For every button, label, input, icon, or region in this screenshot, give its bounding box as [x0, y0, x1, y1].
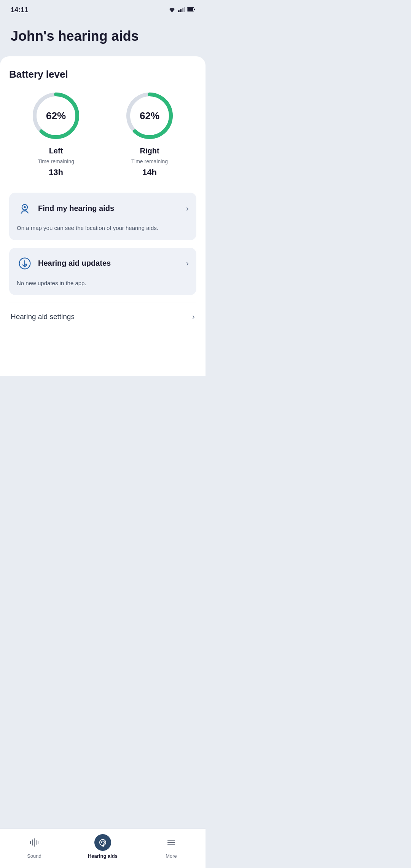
svg-rect-9 [188, 8, 193, 11]
find-hearing-aids-header[interactable]: Find my hearing aids › [9, 193, 196, 224]
page-title-area: John's hearing aids [0, 17, 206, 56]
updates-card-header[interactable]: Hearing aid updates › [9, 248, 196, 279]
battery-left-circle: 62% [31, 91, 81, 140]
battery-right-percent: 62% [140, 110, 159, 122]
battery-right-sublabel: Time remaining [131, 158, 168, 164]
svg-rect-6 [184, 7, 185, 12]
status-icons [168, 6, 195, 14]
battery-container: 62% Left Time remaining 13h 62% Right Ti… [9, 91, 196, 177]
find-card-description: On a map you can see the location of you… [9, 224, 196, 240]
battery-left-label: Left [49, 147, 63, 155]
updates-card-description: No new updates in the app. [9, 279, 196, 295]
battery-left: 62% Left Time remaining 13h [31, 91, 81, 177]
wifi-icon [168, 6, 176, 14]
svg-rect-4 [180, 9, 182, 12]
settings-row-chevron: › [192, 312, 195, 321]
svg-rect-5 [182, 8, 184, 12]
battery-right: 62% Right Time remaining 14h [125, 91, 174, 177]
hearing-aid-settings-row[interactable]: Hearing aid settings › [9, 303, 196, 330]
svg-rect-8 [194, 8, 195, 10]
updates-icon-wrap [17, 255, 33, 271]
battery-right-circle: 62% [125, 91, 174, 140]
svg-point-15 [24, 206, 25, 208]
find-card-chevron: › [186, 204, 189, 213]
battery-left-sublabel: Time remaining [38, 158, 74, 164]
battery-right-label: Right [140, 147, 159, 155]
page-title: John's hearing aids [11, 28, 195, 44]
status-time: 14:11 [11, 6, 28, 14]
battery-left-percent: 62% [46, 110, 66, 122]
updates-card-chevron: › [186, 259, 189, 268]
find-hearing-aids-card[interactable]: Find my hearing aids › On a map you can … [9, 193, 196, 240]
updates-card-left: Hearing aid updates [17, 255, 111, 271]
battery-left-time: 13h [49, 168, 63, 177]
main-card: Battery level 62% Left Time remaining 13… [0, 56, 206, 376]
find-card-title: Find my hearing aids [38, 204, 114, 213]
find-icon-wrap [17, 200, 33, 216]
find-card-left: Find my hearing aids [17, 200, 114, 216]
settings-row-label: Hearing aid settings [11, 313, 75, 321]
svg-rect-3 [178, 10, 180, 12]
status-bar: 14:11 [0, 0, 206, 17]
hearing-aid-updates-card[interactable]: Hearing aid updates › No new updates in … [9, 248, 196, 295]
battery-status-icon [187, 6, 195, 14]
battery-section: Battery level 62% Left Time remaining 13… [9, 69, 196, 177]
battery-section-title: Battery level [9, 69, 196, 80]
updates-card-title: Hearing aid updates [38, 259, 111, 268]
signal-icon [178, 6, 185, 14]
battery-right-time: 14h [142, 168, 157, 177]
